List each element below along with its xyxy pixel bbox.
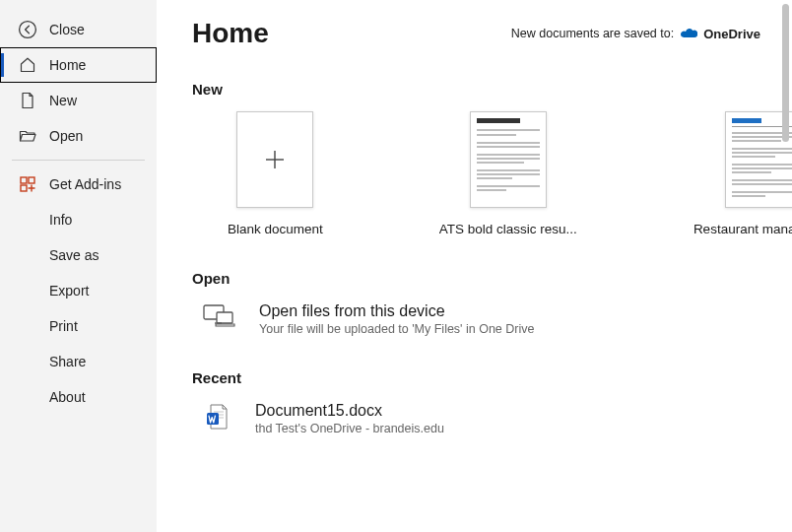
open-subtitle: Your file will be uploaded to 'My Files'… bbox=[259, 322, 534, 336]
sidebar-label: Info bbox=[49, 212, 72, 228]
recent-file-location: thd Test's OneDrive - brandeis.edu bbox=[255, 422, 444, 435]
page-title: Home bbox=[192, 18, 269, 49]
template-label: ATS bold classic resu... bbox=[439, 222, 577, 236]
sidebar-label: Export bbox=[49, 283, 89, 299]
recent-file-name: Document15.docx bbox=[255, 402, 444, 420]
sidebar-label: Get Add-ins bbox=[49, 176, 121, 192]
sidebar-label: Share bbox=[49, 354, 86, 369]
section-new-heading: New bbox=[192, 81, 764, 98]
sidebar-save-as[interactable]: Save as bbox=[0, 237, 157, 273]
sidebar-print[interactable]: Print bbox=[0, 308, 157, 344]
template-thumb-blank bbox=[236, 111, 313, 208]
sidebar-home[interactable]: Home bbox=[0, 47, 157, 83]
template-blank-document[interactable]: Blank document bbox=[228, 111, 323, 236]
sidebar-label: About bbox=[49, 389, 86, 405]
sidebar-label: Home bbox=[49, 57, 86, 73]
sidebar-export[interactable]: Export bbox=[0, 273, 157, 308]
svg-rect-2 bbox=[29, 177, 34, 183]
svg-rect-1 bbox=[21, 177, 27, 183]
sidebar-label: Close bbox=[49, 22, 85, 37]
templates-row: Blank document A bbox=[192, 111, 764, 236]
sidebar-label: Print bbox=[49, 318, 78, 334]
section-open-heading: Open bbox=[192, 270, 764, 287]
recent-file[interactable]: Document15.docx thd Test's OneDrive - br… bbox=[192, 402, 764, 435]
section-recent-heading: Recent bbox=[192, 369, 764, 386]
sidebar-get-addins[interactable]: Get Add-ins bbox=[0, 166, 157, 202]
template-restaurant-manager[interactable]: Restaurant manager r... bbox=[693, 111, 792, 236]
vertical-scrollbar-thumb[interactable] bbox=[782, 4, 789, 142]
sidebar-label: Save as bbox=[49, 247, 99, 263]
addins-icon bbox=[18, 174, 37, 194]
sidebar-about[interactable]: About bbox=[0, 379, 157, 415]
template-ats-resume[interactable]: ATS bold classic resu... bbox=[439, 111, 577, 236]
svg-rect-8 bbox=[216, 324, 234, 326]
template-thumb-ats bbox=[470, 111, 547, 208]
folder-open-icon bbox=[18, 126, 37, 146]
template-label: Restaurant manager r... bbox=[693, 222, 792, 236]
back-arrow-icon bbox=[18, 20, 37, 39]
header-row: Home New documents are saved to: OneDriv… bbox=[192, 14, 764, 53]
sidebar-new[interactable]: New bbox=[0, 83, 157, 118]
backstage-sidebar: Close Home New bbox=[0, 0, 157, 532]
home-icon bbox=[18, 55, 37, 75]
sidebar-label: Open bbox=[49, 128, 83, 144]
svg-rect-7 bbox=[217, 312, 232, 323]
svg-rect-3 bbox=[21, 185, 27, 191]
open-title: Open files from this device bbox=[259, 302, 534, 320]
svg-point-0 bbox=[20, 22, 36, 38]
backstage-main: Home New documents are saved to: OneDriv… bbox=[157, 0, 792, 532]
sidebar-share[interactable]: Share bbox=[0, 344, 157, 379]
save-location[interactable]: New documents are saved to: OneDrive bbox=[511, 27, 764, 41]
onedrive-icon bbox=[680, 28, 697, 39]
sidebar-divider bbox=[12, 160, 145, 161]
document-blank-icon bbox=[18, 91, 37, 110]
save-location-label: OneDrive bbox=[703, 27, 760, 41]
sidebar-close[interactable]: Close bbox=[0, 12, 157, 47]
sidebar-label: New bbox=[49, 93, 77, 108]
template-label: Blank document bbox=[228, 222, 323, 236]
sidebar-open[interactable]: Open bbox=[0, 118, 157, 154]
open-from-device-text: Open files from this device Your file wi… bbox=[259, 302, 534, 336]
save-location-prefix: New documents are saved to: bbox=[511, 27, 674, 40]
recent-file-text: Document15.docx thd Test's OneDrive - br… bbox=[255, 402, 444, 435]
devices-icon bbox=[202, 302, 235, 330]
open-from-device[interactable]: Open files from this device Your file wi… bbox=[192, 302, 764, 336]
sidebar-info[interactable]: Info bbox=[0, 202, 157, 237]
word-document-icon bbox=[202, 402, 231, 432]
